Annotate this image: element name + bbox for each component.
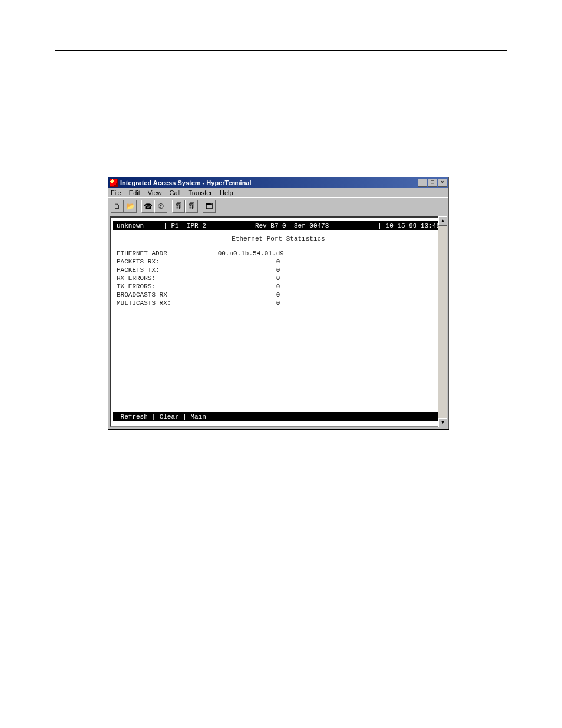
menu-file[interactable]: File	[111, 189, 121, 196]
receive-button[interactable]: 🗐	[185, 200, 198, 213]
screen-title: Ethernet Port Statistics	[113, 235, 444, 242]
header-left: unknown | P1 IPR-2	[117, 222, 206, 229]
stat-packets-tx: PACKETS TX: 0	[117, 266, 444, 274]
open-button[interactable]: 📂	[124, 200, 137, 213]
scroll-track[interactable]	[438, 226, 447, 418]
window-controls: _ □ ×	[418, 179, 447, 187]
footer-main[interactable]: Main	[190, 413, 206, 420]
page-rule	[55, 50, 507, 51]
stat-ethernet-addr: ETHERNET ADDR 00.a0.1b.54.01.d9	[117, 249, 444, 258]
disconnect-button[interactable]: ✆	[154, 200, 167, 213]
menu-edit[interactable]: Edit	[129, 189, 140, 196]
terminal-footer-bar: Refresh | Clear | Main	[113, 412, 444, 421]
menu-view[interactable]: View	[148, 189, 162, 196]
minimize-button[interactable]: _	[418, 179, 427, 187]
vertical-scrollbar[interactable]: ▲ ▼	[438, 216, 447, 427]
stat-broadcasts-rx: BROADCASTS RX 0	[117, 291, 444, 299]
close-button[interactable]: ×	[438, 179, 447, 187]
menu-help[interactable]: Help	[220, 189, 233, 196]
terminal-screen[interactable]: unknown | P1 IPR-2 Rev B7-0 Ser 00473 | …	[110, 216, 447, 427]
terminal-header-bar: unknown | P1 IPR-2 Rev B7-0 Ser 00473 | …	[113, 221, 444, 230]
menubar: File Edit View Call Transfer Help	[108, 188, 448, 197]
menu-transfer[interactable]: Transfer	[188, 189, 212, 196]
scroll-down-button[interactable]: ▼	[438, 418, 447, 427]
connect-button[interactable]: ☎	[141, 200, 154, 213]
window-title: Integrated Access System - HyperTerminal	[120, 179, 418, 186]
header-right: | 10-15-99 13:49	[378, 222, 440, 229]
terminal-container: unknown | P1 IPR-2 Rev B7-0 Ser 00473 | …	[108, 215, 448, 429]
footer-refresh[interactable]: Refresh	[121, 413, 148, 420]
send-button[interactable]: 🗐	[172, 200, 185, 213]
new-button[interactable]: 🗋	[111, 200, 124, 213]
toolbar: 🗋 📂 ☎ ✆ 🗐 🗐 🗔	[108, 197, 448, 215]
stat-tx-errors: TX ERRORS: 0	[117, 282, 444, 291]
menu-call[interactable]: Call	[170, 189, 181, 196]
properties-button[interactable]: 🗔	[203, 200, 216, 213]
scroll-up-button[interactable]: ▲	[438, 216, 447, 226]
titlebar[interactable]: Integrated Access System - HyperTerminal…	[108, 177, 448, 188]
maximize-button[interactable]: □	[428, 179, 437, 187]
app-icon	[110, 179, 118, 187]
stat-multicasts-rx: MULTICASTS RX: 0	[117, 299, 444, 307]
stat-packets-rx: PACKETS RX: 0	[117, 258, 444, 266]
header-mid: Rev B7-0 Ser 00473	[255, 222, 329, 229]
app-window: Integrated Access System - HyperTerminal…	[108, 177, 449, 429]
stat-rx-errors: RX ERRORS: 0	[117, 274, 444, 282]
footer-clear[interactable]: Clear	[160, 413, 179, 420]
